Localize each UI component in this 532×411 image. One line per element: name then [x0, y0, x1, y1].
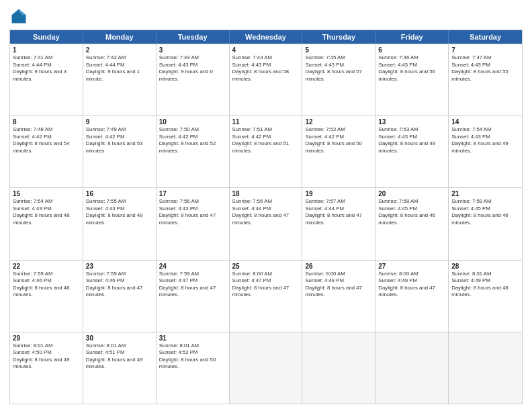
sunset-text: Sunset: 4:43 PM: [378, 62, 417, 68]
day-cell-6: 6 Sunrise: 7:46 AM Sunset: 4:43 PM Dayli…: [375, 44, 449, 116]
day-info: Sunrise: 7:49 AM Sunset: 4:42 PM Dayligh…: [86, 126, 153, 154]
day-info: Sunrise: 7:58 AM Sunset: 4:45 PM Dayligh…: [451, 198, 519, 226]
day-cell-12: 12 Sunrise: 7:52 AM Sunset: 4:42 PM Dayl…: [302, 116, 375, 187]
daylight-text: Daylight: 8 hours and 50 minutes.: [305, 140, 362, 154]
sunrise-text: Sunrise: 7:42 AM: [86, 54, 126, 60]
day-number: 2: [86, 46, 153, 54]
day-number: 14: [451, 118, 519, 126]
daylight-text: Daylight: 9 hours and 0 minutes.: [159, 68, 213, 82]
sunrise-text: Sunrise: 7:58 AM: [451, 198, 491, 204]
sunset-text: Sunset: 4:49 PM: [378, 277, 417, 283]
day-number: 22: [13, 263, 80, 270]
daylight-text: Daylight: 8 hours and 53 minutes.: [86, 140, 143, 154]
header-day-friday: Friday: [375, 30, 449, 44]
sunrise-text: Sunrise: 8:01 AM: [86, 342, 126, 349]
sunset-text: Sunset: 4:43 PM: [305, 62, 344, 68]
day-number: 26: [305, 263, 372, 270]
day-cell-17: 17 Sunrise: 7:56 AM Sunset: 4:43 PM Dayl…: [157, 188, 230, 259]
sunset-text: Sunset: 4:47 PM: [159, 277, 198, 283]
daylight-text: Daylight: 9 hours and 3 minutes.: [13, 68, 66, 82]
sunrise-text: Sunrise: 8:01 AM: [451, 271, 491, 277]
day-info: Sunrise: 7:52 AM Sunset: 4:42 PM Dayligh…: [305, 126, 372, 154]
day-number: 29: [13, 334, 80, 342]
sunrise-text: Sunrise: 7:54 AM: [13, 198, 52, 204]
daylight-text: Daylight: 8 hours and 54 minutes.: [13, 140, 70, 154]
day-cell-21: 21 Sunrise: 7:58 AM Sunset: 4:45 PM Dayl…: [449, 188, 522, 259]
day-info: Sunrise: 7:53 AM Sunset: 4:43 PM Dayligh…: [378, 126, 445, 154]
day-number: 18: [232, 190, 300, 197]
day-info: Sunrise: 7:56 AM Sunset: 4:43 PM Dayligh…: [159, 198, 226, 226]
sunset-text: Sunset: 4:44 PM: [232, 205, 271, 212]
day-cell-15: 15 Sunrise: 7:54 AM Sunset: 4:43 PM Dayl…: [10, 188, 83, 259]
day-info: Sunrise: 7:57 AM Sunset: 4:44 PM Dayligh…: [305, 198, 372, 226]
sunrise-text: Sunrise: 8:01 AM: [13, 342, 52, 349]
daylight-text: Daylight: 8 hours and 49 minutes.: [86, 357, 143, 370]
day-info: Sunrise: 7:46 AM Sunset: 4:43 PM Dayligh…: [378, 54, 445, 83]
sunset-text: Sunset: 4:43 PM: [159, 62, 198, 68]
daylight-text: Daylight: 8 hours and 47 minutes.: [232, 212, 290, 226]
daylight-text: Daylight: 8 hours and 49 minutes.: [13, 357, 70, 370]
header-day-sunday: Sunday: [10, 30, 83, 44]
daylight-text: Daylight: 8 hours and 46 minutes.: [13, 285, 70, 298]
sunrise-text: Sunrise: 7:59 AM: [159, 271, 199, 277]
daylight-text: Daylight: 8 hours and 58 minutes.: [232, 68, 290, 82]
day-cell-22: 22 Sunrise: 7:59 AM Sunset: 4:46 PM Dayl…: [10, 261, 83, 332]
daylight-text: Daylight: 8 hours and 52 minutes.: [159, 140, 216, 154]
header-day-monday: Monday: [83, 30, 157, 44]
day-cell-23: 23 Sunrise: 7:59 AM Sunset: 4:46 PM Dayl…: [83, 261, 157, 332]
sunset-text: Sunset: 4:43 PM: [159, 205, 198, 212]
day-cell-13: 13 Sunrise: 7:53 AM Sunset: 4:43 PM Dayl…: [375, 116, 449, 187]
day-number: 7: [451, 46, 519, 54]
sunset-text: Sunset: 4:43 PM: [451, 134, 490, 140]
header: [9, 7, 523, 26]
day-info: Sunrise: 8:01 AM Sunset: 4:49 PM Dayligh…: [451, 271, 519, 299]
daylight-text: Daylight: 8 hours and 46 minutes.: [451, 212, 508, 226]
sunrise-text: Sunrise: 7:48 AM: [13, 126, 52, 132]
day-number: 27: [378, 263, 445, 270]
day-cell-29: 29 Sunrise: 8:01 AM Sunset: 4:50 PM Dayl…: [10, 332, 83, 404]
daylight-text: Daylight: 8 hours and 56 minutes.: [378, 68, 435, 82]
day-number: 8: [13, 118, 80, 126]
daylight-text: Daylight: 8 hours and 47 minutes.: [159, 285, 216, 298]
calendar-row-4: 22 Sunrise: 7:59 AM Sunset: 4:46 PM Dayl…: [10, 260, 522, 332]
day-number: 23: [86, 263, 153, 270]
sunset-text: Sunset: 4:43 PM: [13, 205, 52, 212]
sunrise-text: Sunrise: 7:56 AM: [159, 198, 199, 204]
logo: [9, 7, 31, 26]
daylight-text: Daylight: 8 hours and 49 minutes.: [378, 140, 435, 154]
day-number: 21: [451, 190, 519, 197]
sunrise-text: Sunrise: 8:00 AM: [305, 271, 345, 277]
daylight-text: Daylight: 8 hours and 47 minutes.: [305, 212, 362, 226]
day-number: 10: [159, 118, 226, 126]
day-info: Sunrise: 7:58 AM Sunset: 4:45 PM Dayligh…: [378, 198, 445, 226]
sunrise-text: Sunrise: 7:54 AM: [451, 126, 491, 132]
day-info: Sunrise: 7:54 AM Sunset: 4:43 PM Dayligh…: [13, 198, 80, 226]
sunset-text: Sunset: 4:44 PM: [13, 62, 52, 68]
daylight-text: Daylight: 8 hours and 47 minutes.: [378, 285, 435, 298]
daylight-text: Daylight: 8 hours and 47 minutes.: [232, 285, 290, 298]
sunset-text: Sunset: 4:50 PM: [13, 349, 52, 355]
sunset-text: Sunset: 4:49 PM: [451, 277, 490, 283]
day-info: Sunrise: 8:01 AM Sunset: 4:51 PM Dayligh…: [86, 342, 153, 371]
sunset-text: Sunset: 4:42 PM: [86, 134, 125, 140]
day-cell-3: 3 Sunrise: 7:43 AM Sunset: 4:43 PM Dayli…: [157, 44, 230, 116]
sunrise-text: Sunrise: 7:56 AM: [232, 198, 272, 204]
day-info: Sunrise: 7:55 AM Sunset: 4:43 PM Dayligh…: [86, 198, 153, 226]
sunset-text: Sunset: 4:45 PM: [451, 205, 490, 212]
day-info: Sunrise: 7:59 AM Sunset: 4:46 PM Dayligh…: [13, 271, 80, 299]
sunrise-text: Sunrise: 7:41 AM: [13, 54, 52, 60]
day-cell-1: 1 Sunrise: 7:41 AM Sunset: 4:44 PM Dayli…: [10, 44, 83, 116]
daylight-text: Daylight: 8 hours and 47 minutes.: [86, 285, 143, 298]
day-cell-28: 28 Sunrise: 8:01 AM Sunset: 4:49 PM Dayl…: [449, 261, 522, 332]
calendar-header: SundayMondayTuesdayWednesdayThursdayFrid…: [10, 30, 522, 44]
day-info: Sunrise: 7:45 AM Sunset: 4:43 PM Dayligh…: [305, 54, 372, 83]
header-day-tuesday: Tuesday: [157, 30, 230, 44]
daylight-text: Daylight: 8 hours and 57 minutes.: [305, 68, 362, 82]
day-number: 30: [86, 334, 153, 342]
sunrise-text: Sunrise: 7:49 AM: [86, 126, 126, 132]
day-number: 9: [86, 118, 153, 126]
header-day-wednesday: Wednesday: [230, 30, 303, 44]
day-cell-8: 8 Sunrise: 7:48 AM Sunset: 4:42 PM Dayli…: [10, 116, 83, 187]
day-cell-20: 20 Sunrise: 7:58 AM Sunset: 4:45 PM Dayl…: [375, 188, 449, 259]
sunset-text: Sunset: 4:44 PM: [86, 62, 125, 68]
